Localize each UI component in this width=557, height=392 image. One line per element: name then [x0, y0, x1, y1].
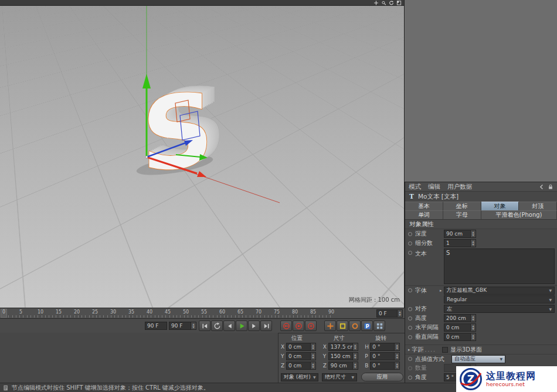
- param-circle-icon[interactable]: [408, 316, 412, 321]
- spinner[interactable]: ▲▼: [353, 352, 358, 360]
- tab-object[interactable]: 对象: [481, 202, 519, 210]
- height-field[interactable]: 200 cm: [444, 314, 471, 322]
- previous-frame-button[interactable]: [223, 321, 235, 331]
- spinner[interactable]: ▲▼: [471, 333, 476, 341]
- spinner[interactable]: ▲▼: [395, 352, 400, 360]
- spinner[interactable]: ▲▼: [353, 362, 358, 370]
- key-scale-button[interactable]: [337, 321, 348, 331]
- tab-coordinates[interactable]: 坐标: [443, 202, 481, 210]
- apply-button[interactable]: 应用: [361, 373, 403, 381]
- param-circle-icon[interactable]: [408, 357, 412, 361]
- coordinate-mode-dropdown[interactable]: 对象 (相对)▼: [281, 373, 318, 381]
- subdivision-field[interactable]: 1: [444, 239, 471, 247]
- param-circle-icon[interactable]: [408, 335, 412, 339]
- letter-front-face[interactable]: S: [141, 70, 214, 196]
- size-header: 尺寸: [321, 334, 363, 342]
- spinner[interactable]: ▲▼: [471, 230, 476, 238]
- h-spacing-field[interactable]: 0 cm: [444, 323, 471, 332]
- param-circle-icon[interactable]: [408, 326, 412, 330]
- key-pla-button[interactable]: [373, 321, 385, 331]
- record-keyframe-button[interactable]: [280, 321, 292, 331]
- font-name-dropdown[interactable]: 方正超粗黑_GBK▼: [444, 287, 555, 295]
- timeline-end-group: 90 F ▲▼: [169, 322, 196, 330]
- key-position-button[interactable]: [324, 321, 336, 331]
- param-circle-icon[interactable]: [408, 376, 412, 380]
- menu-mode[interactable]: 模式: [409, 183, 421, 191]
- font-expand-icon[interactable]: ▸: [440, 288, 442, 293]
- rotation-p-field[interactable]: 0 °: [370, 352, 395, 360]
- goto-end-button[interactable]: [260, 321, 272, 331]
- timeline-end-spinner[interactable]: ▲▼: [191, 322, 196, 330]
- spinner[interactable]: ▲▼: [311, 362, 316, 370]
- play-button[interactable]: [236, 321, 247, 331]
- tab-phong[interactable]: 平滑着色(Phong): [481, 210, 557, 219]
- timeline-tick: 20: [74, 309, 80, 315]
- current-frame-spinner[interactable]: ▲▼: [398, 309, 403, 318]
- size-z-field[interactable]: 90 cm: [328, 362, 353, 370]
- position-z-field[interactable]: 0 cm: [286, 362, 311, 370]
- spinner[interactable]: ▲▼: [311, 343, 316, 351]
- param-circle-icon[interactable]: [408, 251, 412, 255]
- text-input[interactable]: S: [444, 248, 555, 284]
- toggle-view-icon[interactable]: [396, 1, 402, 5]
- interpolation-dropdown[interactable]: 自动适应▼: [451, 355, 505, 363]
- tab-words[interactable]: 单词: [405, 210, 443, 219]
- key-parameter-button[interactable]: P: [361, 321, 373, 331]
- rotation-group: 旋转 H0 °▲▼ P0 °▲▼ B0 °▲▼: [362, 334, 405, 370]
- autokey-button[interactable]: [293, 321, 304, 331]
- timeline-start-field[interactable]: 90 F: [145, 322, 167, 330]
- param-circle-icon[interactable]: [408, 307, 412, 311]
- axis-origin-point[interactable]: [145, 156, 148, 158]
- timeline-end-field[interactable]: 90 F: [169, 322, 191, 330]
- rotation-h-field[interactable]: 0 °: [370, 343, 395, 351]
- depth-field[interactable]: 90 cm: [444, 230, 471, 238]
- spinner[interactable]: ▲▼: [471, 239, 476, 247]
- font-style-row: Regular▼: [405, 295, 557, 304]
- motext-object[interactable]: S S S S S S S S S: [141, 63, 227, 196]
- lock-icon[interactable]: [548, 184, 553, 190]
- tab-basic[interactable]: 基本: [405, 202, 443, 210]
- position-y-field[interactable]: 0 cm: [286, 352, 311, 360]
- size-x-field[interactable]: 137.5 cm: [328, 343, 353, 351]
- spinner[interactable]: ▲▼: [395, 343, 400, 351]
- show-3d-checkbox[interactable]: [442, 347, 448, 353]
- tab-caps[interactable]: 封顶: [519, 202, 557, 210]
- param-circle-icon[interactable]: [408, 232, 412, 236]
- spinner[interactable]: ▲▼: [471, 314, 476, 322]
- param-circle-icon[interactable]: [408, 241, 412, 246]
- menu-edit[interactable]: 编辑: [428, 183, 440, 191]
- key-rotation-button[interactable]: [349, 321, 361, 331]
- tab-row-2: 单词 字母 平滑着色(Phong): [405, 210, 557, 219]
- rotate-view-icon[interactable]: [389, 1, 394, 5]
- zoom-view-icon[interactable]: [381, 1, 386, 5]
- object-header[interactable]: T Mo文本 [文本]: [405, 192, 557, 202]
- v-spacing-field[interactable]: 0 cm: [444, 333, 471, 341]
- timeline-ruler[interactable]: 0 5 10 15 20 25 30 35 40 45 50 55 60 65 …: [0, 308, 405, 318]
- rotation-b-field[interactable]: 0 °: [370, 362, 395, 370]
- font-style-dropdown[interactable]: Regular▼: [444, 295, 555, 304]
- current-frame-field[interactable]: 0 F: [376, 309, 398, 318]
- kerning-expand-icon[interactable]: ▸: [408, 347, 410, 352]
- keyframe-selection-button[interactable]: [305, 321, 317, 331]
- spinner[interactable]: ▲▼: [353, 343, 358, 351]
- spinner[interactable]: ▲▼: [395, 362, 400, 370]
- viewport-3d[interactable]: S S S S S S S S S: [0, 0, 405, 308]
- tab-letters[interactable]: 字母: [443, 210, 481, 219]
- pan-view-icon[interactable]: [373, 1, 379, 5]
- next-frame-button[interactable]: [248, 321, 260, 331]
- goto-start-button[interactable]: [199, 321, 210, 331]
- spinner[interactable]: ▲▼: [471, 323, 476, 332]
- menu-user-data[interactable]: 用户数据: [447, 183, 472, 191]
- watermark-title: 这里教程网: [486, 371, 536, 381]
- align-dropdown[interactable]: 左▼: [444, 305, 555, 313]
- loop-mode-button[interactable]: [211, 321, 223, 331]
- position-x-field[interactable]: 0 cm: [286, 343, 311, 351]
- size-mode-dropdown[interactable]: 绝对尺寸▼: [322, 373, 357, 381]
- section-object-properties[interactable]: 对象属性: [405, 219, 557, 229]
- subdivision-label: 细分数: [415, 239, 444, 247]
- timeline-tick: 85: [310, 309, 316, 315]
- param-circle-icon[interactable]: [408, 288, 412, 292]
- size-y-field[interactable]: 150 cm: [328, 352, 353, 360]
- spinner[interactable]: ▲▼: [311, 352, 316, 360]
- history-back-icon[interactable]: [539, 184, 545, 190]
